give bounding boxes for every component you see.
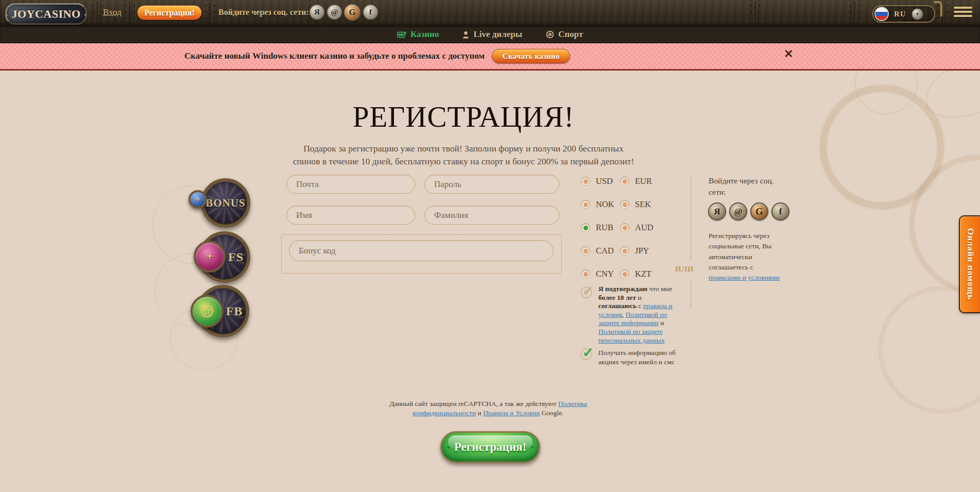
menu-bar: [954, 15, 972, 17]
language-code: RU: [894, 10, 906, 19]
right-arrow-icon: ▸: [531, 443, 535, 451]
brass-pipe-decoration: [934, 1, 942, 16]
wheel-icon: [546, 30, 554, 39]
login-link[interactable]: Вход: [103, 7, 122, 18]
online-help-tab[interactable]: Онлайн помощь: [959, 215, 980, 313]
first-name-field[interactable]: [286, 206, 415, 225]
radio-nok[interactable]: [581, 200, 590, 209]
russia-flag-icon: [874, 7, 889, 21]
soccer-ball-icon: [198, 302, 216, 320]
submit-label: Регистрация!: [454, 440, 526, 454]
facebook-icon[interactable]: f: [771, 202, 789, 220]
social-note: Регистрируясь через социальные сети, Вы …: [709, 231, 782, 283]
currency-label: SEK: [635, 199, 666, 210]
radio-aud[interactable]: [620, 223, 629, 232]
rivets: [858, 5, 860, 7]
badge-label: FS: [228, 250, 244, 264]
rivets: [850, 5, 851, 7]
divider: [129, 2, 130, 24]
radio-kzt[interactable]: [620, 269, 629, 279]
divider: [97, 2, 98, 24]
tab-sport[interactable]: Спорт: [546, 29, 583, 40]
or-label: ИЛИ: [675, 265, 694, 274]
radio-cny[interactable]: [581, 269, 590, 279]
download-banner: Скачайте новый Windows клиент казино и з…: [0, 43, 980, 71]
language-selector[interactable]: RU: [872, 5, 935, 23]
submit-registration-button[interactable]: ◂ Регистрация! ▸: [440, 431, 540, 463]
radio-jpy[interactable]: [620, 246, 629, 256]
last-name-field[interactable]: [424, 206, 559, 225]
currency-label: CNY: [596, 269, 614, 279]
rivets: [759, 5, 761, 7]
tab-casino[interactable]: Казино: [397, 29, 439, 40]
rivets: [214, 5, 215, 7]
terms-link[interactable]: правилами и условиями: [709, 274, 780, 281]
help-tab-label: Онлайн помощь: [965, 228, 975, 300]
currency-label: EUR: [635, 176, 666, 186]
social-login-prompt: Войдите через соц. сети:: [218, 8, 309, 17]
tab-label: Казино: [410, 29, 439, 40]
close-icon[interactable]: ✕: [784, 48, 793, 60]
plus-icon: +: [195, 195, 200, 204]
dealer-icon: [462, 31, 469, 39]
currency-label: KZT: [635, 269, 666, 279]
divider: [210, 2, 211, 24]
currency-label: USD: [596, 176, 614, 186]
tab-label: Live дилеры: [473, 29, 522, 40]
freebet-orb: [191, 295, 223, 328]
mailru-icon[interactable]: @: [729, 202, 747, 220]
rivets: [750, 5, 752, 7]
register-button[interactable]: Регистрация!: [137, 5, 202, 20]
joycasino-logo[interactable]: JOYCASINO: [5, 3, 87, 25]
divider: [854, 2, 855, 24]
tab-label: Спорт: [558, 29, 583, 40]
download-casino-button[interactable]: Скачать казино: [492, 49, 570, 63]
top-bar: JOYCASINO Вход Регистрация! Войдите чере…: [0, 0, 980, 26]
nav-tabs: Казино Live дилеры Спорт: [0, 26, 980, 43]
currency-label: NOK: [596, 199, 614, 210]
currency-label: AUD: [635, 223, 666, 233]
radio-cad[interactable]: [581, 246, 590, 256]
recaptcha-note: Данный сайт защищен reCAPTCHA, а так же …: [387, 399, 589, 418]
social-login-icons: Я @ G f: [708, 202, 789, 220]
promo-text: Получать информацию об акциях через имей…: [598, 348, 678, 366]
age-confirm-checkbox[interactable]: [580, 286, 592, 298]
tab-live-dealers[interactable]: Live дилеры: [462, 29, 522, 40]
chevron-down-icon[interactable]: [912, 8, 923, 20]
page-subtitle: Подарок за регистрацию уже почти твой! З…: [260, 142, 667, 168]
rivets: [92, 5, 94, 7]
menu-button[interactable]: [954, 7, 972, 19]
radio-eur[interactable]: [620, 177, 629, 186]
personal-data-policy-link[interactable]: Политикой по защите персональных данных: [598, 328, 665, 344]
mailru-icon[interactable]: @: [326, 4, 342, 20]
vertical-divider: [691, 175, 691, 259]
currency-label: RUB: [596, 223, 614, 233]
coffee-stain: [820, 85, 944, 209]
password-field[interactable]: [424, 175, 559, 194]
email-field[interactable]: [286, 175, 415, 194]
google-icon[interactable]: G: [750, 202, 768, 220]
currency-label: CAD: [596, 246, 614, 256]
radio-usd[interactable]: [581, 177, 590, 186]
freespins-orb: +: [194, 241, 226, 273]
yandex-icon[interactable]: Я: [708, 202, 726, 220]
divider: [755, 2, 756, 24]
rivets: [947, 5, 948, 7]
age-confirm-text: Я подтверждаю что мне более 18 лет и сог…: [598, 285, 674, 345]
rivets: [125, 5, 126, 7]
bonus-plus-medallion: +: [188, 190, 207, 209]
radio-sek[interactable]: [620, 200, 629, 209]
google-terms-link[interactable]: Правила и Условия: [483, 409, 540, 417]
left-arrow-icon: ◂: [446, 443, 450, 451]
badge-label: FB: [226, 304, 243, 318]
bonus-code-field[interactable]: [289, 240, 554, 261]
promo-checkbox[interactable]: [580, 348, 592, 360]
yandex-icon[interactable]: Я: [309, 4, 325, 20]
rivets: [205, 5, 207, 7]
badge-label: BONUS: [205, 197, 245, 210]
google-icon[interactable]: G: [343, 4, 361, 21]
facebook-icon[interactable]: f: [363, 4, 379, 20]
radio-rub-selected[interactable]: [581, 223, 590, 232]
rivets: [101, 5, 102, 7]
currency-group: USD EUR NOK SEK RUB AUD CAD JPY CNY KZT: [581, 176, 666, 279]
